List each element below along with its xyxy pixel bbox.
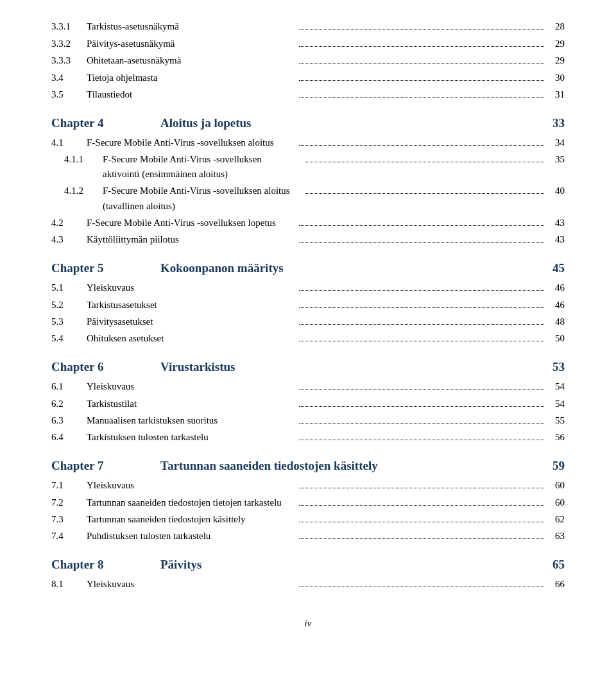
toc-entry-4-1-2: 4.1.2 F-Secure Mobile Anti-Virus -sovell… [51, 184, 565, 214]
chapter-7-title: Tartunnan saaneiden tiedostojen käsittel… [160, 459, 552, 473]
dots [299, 290, 544, 291]
page-footer: iv [51, 618, 565, 629]
sub-number: 6.1 [51, 379, 87, 394]
chapter-6-page: 53 [552, 360, 565, 374]
toc-entry-7-2: 7.2 Tartunnan saaneiden tiedostojen tiet… [51, 495, 565, 510]
ss-title: F-Secure Mobile Anti-Virus -sovelluksen … [103, 184, 303, 214]
chapter-5-page: 45 [552, 261, 565, 275]
entry-title: Tilaustiedot [87, 87, 296, 102]
chapter-7-page: 59 [552, 459, 565, 473]
dots [299, 29, 544, 30]
sub-page: 48 [547, 314, 565, 329]
entry-number: 3.3.1 [51, 19, 87, 34]
chapter-4-title: Aloitus ja lopetus [160, 116, 552, 130]
dots [299, 587, 544, 587]
dots [299, 341, 544, 341]
entry-page: 31 [547, 87, 565, 102]
entry-title: Tietoja ohjelmasta [87, 71, 296, 85]
dots [299, 145, 544, 146]
chapter-4-label: Chapter 4 [51, 116, 135, 130]
entry-page: 29 [547, 37, 565, 51]
toc-entry-4-1-1: 4.1.1 F-Secure Mobile Anti-Virus -sovell… [51, 152, 565, 182]
sub-page: 56 [547, 430, 565, 445]
sub-title: Yleiskuvaus [87, 280, 296, 295]
toc-entry-3-4: 3.4 Tietoja ohjelmasta 30 [51, 71, 565, 85]
sub-page: 62 [547, 512, 565, 527]
entry-page: 28 [547, 19, 565, 34]
dots [299, 488, 544, 488]
sub-number: 5.1 [51, 280, 87, 295]
sub-page: 54 [547, 379, 565, 394]
dots [299, 242, 544, 243]
sub-page: 55 [547, 413, 565, 428]
chapter-4-heading: Chapter 4 Aloitus ja lopetus 33 [51, 116, 565, 130]
dots [305, 162, 544, 162]
entry-number: 3.3.3 [51, 53, 87, 68]
sub-title: Yleiskuvaus [87, 478, 296, 493]
chapter-6-heading: Chapter 6 Virustarkistus 53 [51, 360, 565, 374]
sub-number: 5.4 [51, 331, 87, 346]
toc-entry-4-2: 4.2 F-Secure Mobile Anti-Virus -sovelluk… [51, 216, 565, 230]
sub-page: 60 [547, 478, 565, 493]
entry-page: 30 [547, 71, 565, 85]
ss-number: 4.1.2 [64, 184, 103, 198]
entry-number: 3.5 [51, 87, 87, 102]
sub-title: F-Secure Mobile Anti-Virus -sovelluksen … [87, 216, 296, 230]
chapter-6-label: Chapter 6 [51, 360, 135, 374]
toc-entry-6-3: 6.3 Manuaalisen tarkistuksen suoritus 55 [51, 413, 565, 428]
chapter-5-heading: Chapter 5 Kokoonpanon määritys 45 [51, 261, 565, 275]
sub-number: 6.2 [51, 397, 87, 411]
sub-number: 7.3 [51, 512, 87, 527]
chapter-5-title: Kokoonpanon määritys [160, 261, 552, 275]
sub-number: 4.2 [51, 216, 87, 230]
toc-entry-5-1: 5.1 Yleiskuvaus 46 [51, 280, 565, 295]
sub-number: 4.3 [51, 232, 87, 247]
chapter-7-label: Chapter 7 [51, 459, 135, 473]
dots [299, 389, 544, 390]
entry-page: 29 [547, 53, 565, 68]
entry-title: Päivitys-asetusnäkymä [87, 37, 296, 51]
toc-entry-4-1: 4.1 F-Secure Mobile Anti-Virus -sovelluk… [51, 135, 565, 150]
dots [299, 307, 544, 308]
dots [299, 440, 544, 440]
dots [305, 193, 544, 194]
dots [299, 80, 544, 81]
page-number: iv [305, 618, 312, 628]
sub-page: 63 [547, 529, 565, 544]
sub-page: 50 [547, 331, 565, 346]
sub-title: Päivitysasetukset [87, 314, 296, 329]
chapter-8-title: Päivitys [160, 558, 552, 572]
sub-page: 46 [547, 298, 565, 313]
sub-number: 7.2 [51, 495, 87, 510]
sub-page: 34 [547, 135, 565, 150]
sub-title: F-Secure Mobile Anti-Virus -sovelluksen … [87, 135, 296, 150]
toc-entry-5-3: 5.3 Päivitysasetukset 48 [51, 314, 565, 329]
dots [299, 522, 544, 522]
sub-number: 6.4 [51, 430, 87, 445]
chapter-6-title: Virustarkistus [160, 360, 552, 374]
sub-number: 5.3 [51, 314, 87, 329]
sub-page: 43 [547, 232, 565, 247]
toc-entry-5-2: 5.2 Tarkistusasetukset 46 [51, 298, 565, 313]
dots [299, 63, 544, 64]
sub-title: Tarkistusasetukset [87, 298, 296, 313]
dots [299, 97, 544, 98]
chapter-8-heading: Chapter 8 Päivitys 65 [51, 558, 565, 572]
sub-title: Puhdistuksen tulosten tarkastelu [87, 529, 296, 544]
sub-title: Tarkistuksen tulosten tarkastelu [87, 430, 296, 445]
ss-number: 4.1.1 [64, 152, 103, 167]
dots [299, 324, 544, 325]
sub-page: 46 [547, 280, 565, 295]
sub-page: 66 [547, 577, 565, 592]
sub-title: Tarkistustilat [87, 397, 296, 411]
chapter-5-label: Chapter 5 [51, 261, 135, 275]
toc-entry-3-3-1: 3.3.1 Tarkistus-asetusnäkymä 28 [51, 19, 565, 34]
ss-page: 35 [547, 152, 565, 167]
toc-entry-3-5: 3.5 Tilaustiedot 31 [51, 87, 565, 102]
sub-number: 7.4 [51, 529, 87, 544]
dots [299, 406, 544, 407]
toc-entry-7-1: 7.1 Yleiskuvaus 60 [51, 478, 565, 493]
sub-title: Käyttöliittymän piilotus [87, 232, 296, 247]
chapter-7-heading: Chapter 7 Tartunnan saaneiden tiedostoje… [51, 459, 565, 473]
sub-title: Ohituksen asetukset [87, 331, 296, 346]
